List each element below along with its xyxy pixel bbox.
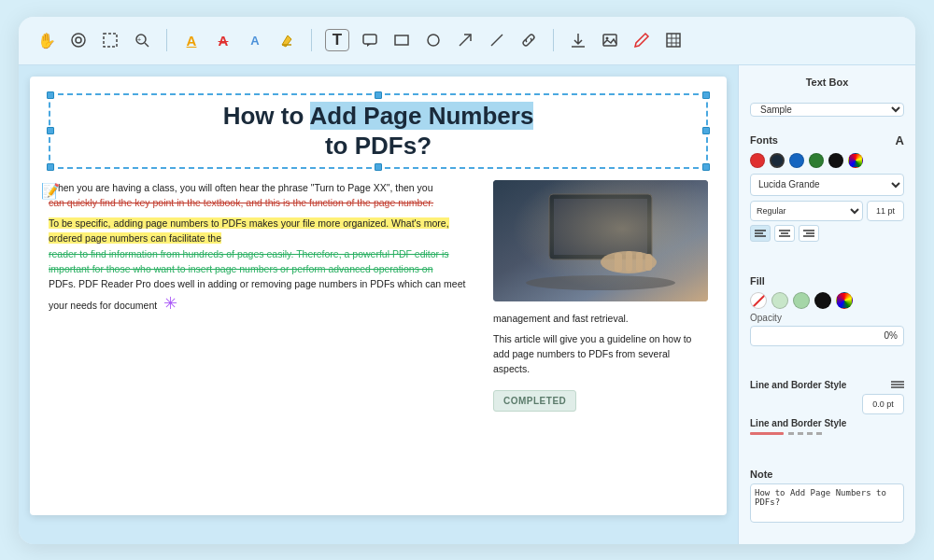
fill-none-swatch[interactable] [750, 292, 767, 309]
handle-bl[interactable] [47, 163, 54, 171]
svg-text:+: + [137, 36, 141, 43]
title-textbox[interactable]: How to Add Page Numbersto PDFs? [49, 93, 708, 169]
divider-2 [311, 29, 312, 51]
handle-mr[interactable] [702, 127, 710, 134]
svg-rect-2 [104, 34, 117, 47]
align-center-btn[interactable] [774, 225, 795, 242]
content-columns: 📝 When you are having a class, you will … [49, 180, 708, 413]
swatch-green[interactable] [809, 153, 824, 168]
callout-icon[interactable] [359, 29, 381, 51]
divider-1 [166, 29, 167, 51]
para2-strikethrough: reader to find information from hundreds… [49, 248, 449, 274]
line-border-value-input[interactable] [862, 394, 904, 414]
line-icon[interactable] [486, 29, 508, 51]
completed-badge: COMPLETED [493, 390, 576, 413]
link-icon[interactable] [517, 29, 540, 51]
comment-icon[interactable]: 📝 [41, 180, 60, 203]
note-textarea[interactable] [750, 483, 904, 523]
svg-rect-25 [615, 253, 622, 272]
line-border-menu-icon[interactable] [891, 380, 904, 389]
handle-ml[interactable] [47, 127, 54, 134]
svg-rect-27 [636, 252, 643, 272]
svg-rect-26 [626, 251, 632, 272]
fonts-section-title: Fonts A [750, 133, 904, 147]
title-highlight: Add Page Numbers [310, 102, 534, 130]
download-image-icon[interactable] [567, 29, 589, 51]
swatch-black[interactable] [828, 153, 843, 168]
svg-rect-8 [395, 35, 408, 45]
app-container: ✋ + A A A T [19, 17, 915, 544]
font-style-row: Regular [750, 201, 904, 221]
line-solid-style[interactable] [750, 432, 784, 435]
content-right: management and fast retrieval. This arti… [493, 180, 708, 413]
fill-light1[interactable] [771, 292, 788, 309]
svg-rect-22 [554, 199, 647, 255]
main-area: How to Add Page Numbersto PDFs? 📝 When y… [19, 65, 915, 544]
pdf-title: How to Add Page Numbersto PDFs? [58, 101, 699, 161]
circle-icon[interactable] [422, 29, 445, 51]
panel-title: Text Box [750, 77, 904, 88]
rectangle-icon[interactable] [390, 29, 413, 51]
select-box-icon[interactable] [99, 29, 121, 51]
pdf-page: How to Add Page Numbersto PDFs? 📝 When y… [30, 77, 727, 515]
text-color-icon[interactable]: A [180, 29, 203, 51]
note-label: Note [750, 469, 904, 480]
note-section: Note [750, 469, 904, 526]
pen-tool-icon[interactable] [630, 29, 653, 51]
fill-section: Fill Opacity [750, 275, 904, 346]
svg-point-9 [428, 35, 439, 46]
text-box-icon[interactable]: T [325, 29, 349, 51]
swatch-red[interactable] [750, 153, 765, 168]
svg-rect-15 [667, 34, 680, 47]
para1-strikethrough: can quickly find the key point in the te… [49, 197, 433, 208]
highlighter-icon[interactable] [276, 29, 298, 51]
para2-end: PDFs. PDF Reader Pro does well in adding… [49, 278, 465, 311]
toolbar: ✋ + A A A T [19, 17, 915, 65]
edit-icon[interactable] [67, 29, 90, 51]
table-icon[interactable] [662, 29, 685, 51]
align-right-btn[interactable] [799, 225, 819, 242]
fill-label: Fill [750, 275, 904, 287]
svg-rect-20 [493, 180, 708, 301]
swatch-navy[interactable] [770, 153, 785, 168]
svg-point-0 [72, 34, 85, 47]
handle-br[interactable] [702, 163, 710, 171]
text-size-icon[interactable]: A [244, 29, 266, 51]
zoom-icon[interactable]: + [131, 29, 153, 51]
opacity-label: Opacity [750, 313, 904, 323]
svg-line-4 [145, 43, 149, 47]
line-border-label: Line and Border Style [750, 380, 846, 390]
handle-tm[interactable] [375, 91, 382, 99]
align-left-btn[interactable] [750, 225, 771, 242]
right-para2: This article will give you a guideline o… [493, 331, 708, 377]
fill-light2[interactable] [793, 292, 810, 309]
right-panel: Text Box Sample Fonts A [738, 65, 915, 544]
opacity-input[interactable] [750, 326, 904, 346]
svg-point-1 [76, 37, 81, 43]
pdf-area[interactable]: How to Add Page Numbersto PDFs? 📝 When y… [19, 65, 738, 544]
font-style-select[interactable]: Regular [750, 201, 863, 221]
handle-tr[interactable] [702, 91, 710, 99]
para1-text: When you are having a class, you will of… [49, 182, 433, 193]
font-size-input[interactable] [867, 201, 904, 221]
sample-select[interactable]: Sample [750, 103, 904, 117]
color-swatches [750, 153, 904, 168]
content-left: 📝 When you are having a class, you will … [49, 180, 478, 413]
svg-rect-28 [645, 254, 652, 271]
handle-tl[interactable] [47, 91, 54, 99]
swatch-rainbow[interactable] [848, 153, 863, 168]
text-strikethrough-icon[interactable]: A [212, 29, 234, 51]
font-family-select[interactable]: Lucida Grande [750, 174, 904, 196]
handle-bm[interactable] [375, 163, 382, 171]
divider-3 [553, 29, 554, 51]
arrow-icon[interactable] [454, 29, 476, 51]
svg-point-24 [601, 251, 657, 273]
para2-highlight: To be specific, adding page numbers to P… [49, 217, 449, 244]
swatch-blue[interactable] [789, 153, 804, 168]
fill-rainbow[interactable] [836, 292, 853, 309]
hand-tool-icon[interactable]: ✋ [35, 29, 58, 51]
image-icon[interactable] [599, 29, 621, 51]
line-border-row: Line and Border Style [750, 380, 904, 390]
fill-black[interactable] [814, 292, 831, 309]
line-dashed-style[interactable] [788, 432, 822, 435]
